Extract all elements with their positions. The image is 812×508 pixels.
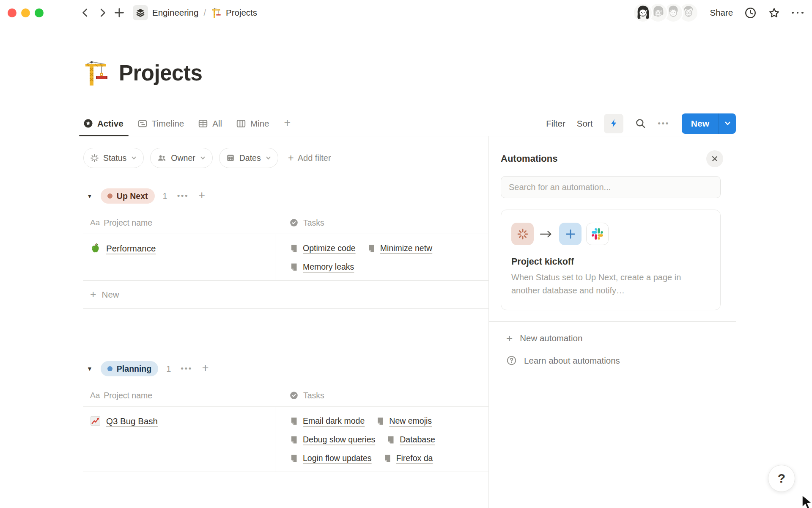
task-item[interactable]: Login flow updates: [290, 453, 372, 463]
back-button[interactable]: [80, 7, 91, 18]
tab-label: Mine: [250, 119, 269, 129]
group-add-row-button[interactable]: +: [202, 362, 209, 375]
tasks-cell[interactable]: Optimize code Minimize netw Memory leaks: [275, 234, 488, 280]
page-icon: [290, 244, 298, 253]
share-button[interactable]: Share: [710, 8, 733, 18]
avatar: [633, 3, 653, 23]
automation-search-input[interactable]: [501, 176, 721, 198]
automations-panel: Automations: [488, 136, 736, 508]
breadcrumb-page[interactable]: Projects: [226, 8, 257, 18]
create-page-action-icon: [559, 223, 582, 245]
tab-all[interactable]: All: [198, 111, 222, 136]
task-item[interactable]: Optimize code: [290, 243, 356, 253]
project-name-link[interactable]: Performance: [106, 243, 156, 254]
project-name-cell[interactable]: Q3 Bug Bash: [83, 407, 275, 472]
task-line: Debug slow queries Database: [290, 435, 488, 444]
search-view-button[interactable]: [635, 118, 646, 129]
task-item[interactable]: Email dark mode: [290, 416, 365, 426]
status-pill-planning[interactable]: Planning: [101, 361, 158, 376]
table-row[interactable]: Performance Optimize code Minimize netw: [83, 234, 488, 281]
top-bar: Engineering / Projects: [0, 0, 812, 25]
task-link[interactable]: Minimize netw: [380, 243, 433, 253]
new-page-button[interactable]: [113, 7, 125, 19]
breadcrumb: Engineering / Projects: [152, 7, 257, 18]
forward-button[interactable]: [97, 7, 108, 18]
new-dropdown-button[interactable]: [719, 113, 736, 134]
column-header-project-name[interactable]: Aa Project name: [83, 218, 275, 228]
new-row-button[interactable]: + New: [83, 281, 488, 309]
automations-button[interactable]: [604, 114, 623, 133]
window-controls: [8, 8, 44, 17]
tab-timeline[interactable]: Timeline: [137, 111, 184, 136]
status-dot: [107, 193, 112, 199]
task-link[interactable]: Email dark mode: [303, 416, 365, 426]
task-item[interactable]: Debug slow queries: [290, 435, 375, 444]
filter-chip-owner[interactable]: Owner: [150, 148, 212, 168]
status-label: Up Next: [117, 191, 148, 201]
help-button[interactable]: ?: [768, 465, 795, 492]
task-link[interactable]: Database: [400, 435, 435, 444]
status-trigger-icon: [511, 223, 534, 245]
project-name-cell[interactable]: Performance: [83, 234, 275, 280]
more-options-button[interactable]: [792, 12, 804, 14]
learn-label: Learn about automations: [524, 356, 620, 366]
add-view-button[interactable]: +: [284, 116, 291, 130]
filter-chip-dates[interactable]: Dates: [219, 148, 278, 168]
learn-about-automations-link[interactable]: Learn about automations: [501, 349, 721, 372]
project-name-link[interactable]: Q3 Bug Bash: [106, 416, 158, 426]
task-link[interactable]: Optimize code: [303, 243, 356, 253]
task-link[interactable]: Debug slow queries: [303, 435, 375, 444]
task-link[interactable]: Memory leaks: [303, 262, 354, 272]
column-header-project-name[interactable]: Aa Project name: [83, 391, 275, 400]
group-add-row-button[interactable]: +: [198, 189, 205, 202]
collapse-triangle-icon[interactable]: ▼: [87, 365, 93, 372]
task-item[interactable]: Memory leaks: [290, 262, 354, 272]
close-panel-button[interactable]: [706, 150, 723, 167]
avatar-stack[interactable]: [633, 3, 699, 23]
new-automation-button[interactable]: + New automation: [501, 327, 721, 349]
task-item[interactable]: Database: [387, 435, 435, 444]
task-link[interactable]: Login flow updates: [303, 453, 372, 463]
favorite-button[interactable]: [768, 7, 780, 19]
task-item[interactable]: New emojis: [376, 416, 432, 426]
chip-label: Status: [103, 153, 126, 163]
collapse-triangle-icon[interactable]: ▼: [87, 193, 93, 199]
close-window-button[interactable]: [8, 8, 16, 17]
status-burst-icon: [90, 154, 99, 163]
column-label: Project name: [104, 218, 152, 228]
filter-button[interactable]: Filter: [546, 119, 565, 129]
column-header-tasks[interactable]: Tasks: [275, 218, 488, 228]
sort-button[interactable]: Sort: [577, 119, 593, 129]
updates-button[interactable]: [744, 7, 757, 19]
tab-active[interactable]: Active: [83, 111, 123, 136]
task-link[interactable]: New emojis: [389, 416, 432, 426]
chevron-down-icon: [265, 155, 272, 161]
minimize-window-button[interactable]: [21, 8, 30, 17]
tasks-cell[interactable]: Email dark mode New emojis Debug slow qu…: [275, 407, 488, 472]
automation-card[interactable]: Project kickoff When Status set to Up Ne…: [501, 210, 721, 310]
zoom-window-button[interactable]: [35, 8, 44, 17]
table-row[interactable]: Q3 Bug Bash Email dark mode New emojis: [83, 407, 488, 472]
group-options-button[interactable]: •••: [177, 191, 189, 201]
status-pill-up-next[interactable]: Up Next: [101, 188, 155, 204]
task-item[interactable]: Firefox da: [383, 453, 433, 463]
table-header: Aa Project name Tasks: [83, 384, 488, 407]
task-item[interactable]: Minimize netw: [367, 243, 433, 253]
view-options-button[interactable]: •••: [658, 119, 669, 128]
sidebar-toggle-icon[interactable]: [53, 8, 68, 18]
add-filter-button[interactable]: + Add filter: [288, 153, 331, 163]
mouse-cursor: [802, 495, 812, 508]
breadcrumb-team[interactable]: Engineering: [152, 8, 198, 18]
plus-icon: +: [90, 288, 96, 301]
teamspace-icon[interactable]: [133, 5, 148, 20]
filter-chip-status[interactable]: Status: [83, 148, 144, 168]
tab-mine[interactable]: Mine: [236, 111, 269, 136]
column-header-tasks[interactable]: Tasks: [275, 391, 488, 400]
new-button[interactable]: New: [682, 113, 719, 134]
crane-icon[interactable]: [83, 58, 110, 87]
panel-divider: [489, 321, 736, 322]
task-link[interactable]: Firefox da: [396, 453, 433, 463]
page-title[interactable]: Projects: [119, 61, 202, 86]
plus-icon: [113, 7, 125, 19]
group-options-button[interactable]: •••: [181, 364, 192, 373]
